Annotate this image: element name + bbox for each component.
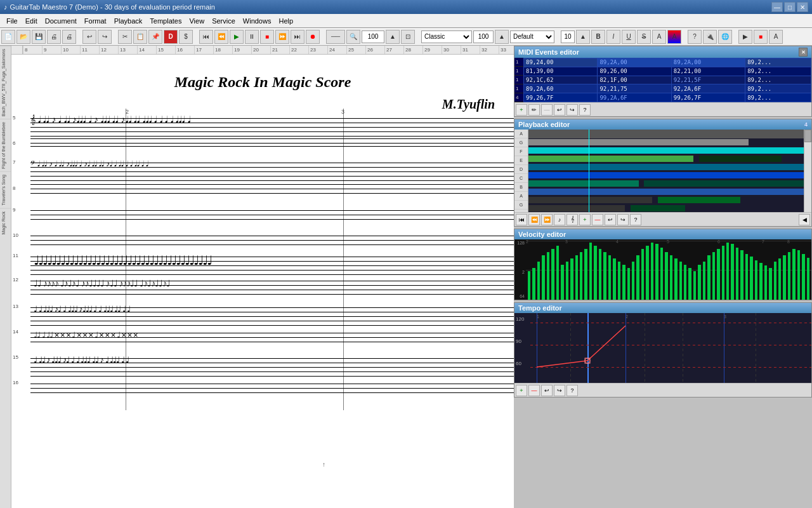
tempo-toolbar: + — ↩ ↪ ? xyxy=(514,383,811,397)
pb-scroll-left[interactable]: ◀ xyxy=(799,214,810,225)
midi-close[interactable]: ✕ xyxy=(799,48,808,57)
plugin-button[interactable]: 🔌 xyxy=(703,30,717,44)
tempo-editor: Tempo editor 120 90 60 1 2 3 xyxy=(514,302,812,398)
pb-btn3[interactable]: ⏩ xyxy=(541,214,553,225)
help-button[interactable]: ? xyxy=(688,30,702,44)
vel-bar-30 xyxy=(670,255,672,300)
pb-add-btn[interactable]: + xyxy=(579,214,591,225)
midi-minus-btn[interactable]: — xyxy=(541,104,553,116)
record-button[interactable]: ⏺ xyxy=(306,30,320,44)
print2-button[interactable]: 🖨 xyxy=(62,30,76,44)
string-input[interactable] xyxy=(561,30,575,43)
underline-button[interactable]: U xyxy=(622,30,636,44)
menu-document[interactable]: Document xyxy=(41,16,81,26)
tempo-help-btn[interactable]: ? xyxy=(566,385,578,396)
web-button[interactable]: 🌐 xyxy=(718,30,732,44)
pb-btn1[interactable]: ⏮ xyxy=(516,214,527,225)
menu-templates[interactable]: Templates xyxy=(146,16,185,26)
minus-button[interactable]: ── xyxy=(326,30,345,44)
midi-data-table[interactable]: 89,24,00 89,2A,00 89,2A,00 89,2... 81,39… xyxy=(523,58,811,102)
print-button[interactable]: 🖨 xyxy=(47,30,61,44)
tempo-content: 120 90 60 1 2 3 xyxy=(514,313,811,383)
title-text: GuitarTab Maestro 7 (Demo) - 30 days of … xyxy=(10,3,215,11)
play-button[interactable]: ▶ xyxy=(230,30,244,44)
tempo-undo-btn[interactable]: ↩ xyxy=(541,385,553,396)
font-size-spinner[interactable]: ▲ xyxy=(495,30,509,44)
pb-btn4[interactable]: ♪ xyxy=(554,214,565,225)
pb-undo-btn[interactable]: ↩ xyxy=(605,214,616,225)
play-next-button[interactable]: ⏩ xyxy=(275,30,289,44)
menu-service[interactable]: Service xyxy=(208,16,239,26)
uppercase-button[interactable]: A xyxy=(652,30,666,44)
midi-undo-btn[interactable]: ↩ xyxy=(554,104,565,116)
pb-btn5[interactable]: 𝄞 xyxy=(566,214,578,225)
pb-redo-btn[interactable]: ↪ xyxy=(617,214,629,225)
play-prev-button[interactable]: ⏪ xyxy=(214,30,228,44)
special-button[interactable]: D xyxy=(164,30,178,44)
style-select[interactable]: Default xyxy=(510,30,554,43)
color-button[interactable]: A xyxy=(667,30,681,44)
vel-measure-5: 5 xyxy=(667,239,669,244)
menu-view[interactable]: View xyxy=(185,16,208,26)
menu-windows[interactable]: Windows xyxy=(239,16,275,26)
stop-button[interactable]: ■ xyxy=(260,30,274,44)
tempo-redo-btn[interactable]: ↪ xyxy=(554,385,565,396)
menu-file[interactable]: File xyxy=(3,16,22,26)
play-end-button[interactable]: ⏭ xyxy=(291,30,304,44)
new-button[interactable]: 📄 xyxy=(1,30,15,44)
tempo-add-btn[interactable]: + xyxy=(516,385,527,396)
menu-edit[interactable]: Edit xyxy=(22,16,41,26)
pb-btn2[interactable]: ⏪ xyxy=(528,214,540,225)
midi-question-btn[interactable]: ? xyxy=(579,104,591,116)
vel-bar-15 xyxy=(599,249,601,300)
pb-scroll-thumb[interactable] xyxy=(804,130,811,142)
zoom-spinner-up[interactable]: ▲ xyxy=(386,30,400,44)
paste-button[interactable]: 📌 xyxy=(148,30,162,44)
midi-edit-btn[interactable]: ✏ xyxy=(528,104,540,116)
strikethrough-button[interactable]: S xyxy=(637,30,651,44)
midi-add-btn[interactable]: + xyxy=(516,104,527,116)
pb-track-B xyxy=(528,188,804,196)
tempo-del-btn[interactable]: — xyxy=(528,385,540,396)
stop2-button[interactable]: ■ xyxy=(754,30,768,44)
menu-playback[interactable]: Playback xyxy=(110,16,147,26)
save-button[interactable]: 💾 xyxy=(32,30,46,44)
maximize-button[interactable]: □ xyxy=(784,2,796,12)
pb-label-A1: A xyxy=(514,130,528,138)
string-spinner[interactable]: ▲ xyxy=(576,30,590,44)
export-button[interactable]: ▶ xyxy=(738,30,752,44)
font-size-input[interactable] xyxy=(473,30,494,43)
close-button[interactable]: ✕ xyxy=(797,2,808,12)
row-label-5: 5 xyxy=(13,115,15,121)
pb-scrollbar[interactable] xyxy=(804,130,811,212)
bold-button[interactable]: B xyxy=(591,30,605,44)
vel-measure-8: 8 xyxy=(787,239,790,244)
undo-button[interactable]: ↩ xyxy=(82,30,96,44)
font2-button[interactable]: A xyxy=(769,30,783,44)
minimize-button[interactable]: — xyxy=(771,2,783,12)
zoom-input[interactable] xyxy=(362,30,384,43)
play-begin-button[interactable]: ⏮ xyxy=(199,30,213,44)
cut-button[interactable]: ✂ xyxy=(118,30,132,44)
midi-redo-btn[interactable]: ↪ xyxy=(566,104,578,116)
pb-help-btn[interactable]: ? xyxy=(630,214,641,225)
menu-help[interactable]: Help xyxy=(275,16,297,26)
open-button[interactable]: 📂 xyxy=(16,30,30,44)
zoom-search[interactable]: 🔍 xyxy=(346,30,360,44)
playback-minimap[interactable] xyxy=(528,130,804,212)
score-content: Magic Rock In Magic Score M.Tyuflin 2 3 … xyxy=(11,55,514,508)
zoom-fit[interactable]: ⊡ xyxy=(401,30,415,44)
font-select[interactable]: Classic xyxy=(421,30,472,43)
copy-button[interactable]: 📋 xyxy=(133,30,147,44)
vel-bar-27 xyxy=(655,244,658,300)
vel-bar-3 xyxy=(542,255,544,300)
italic-button[interactable]: I xyxy=(606,30,620,44)
pause-button[interactable]: ⏸ xyxy=(245,30,259,44)
vel-bar-17 xyxy=(608,255,611,300)
vel-bar-54 xyxy=(783,255,785,300)
dollar-button[interactable]: $ xyxy=(179,30,193,44)
ruler-tick-28: 28 xyxy=(403,46,422,54)
redo-button[interactable]: ↪ xyxy=(98,30,112,44)
menu-format[interactable]: Format xyxy=(81,16,110,26)
pb-del-btn[interactable]: — xyxy=(592,214,603,225)
